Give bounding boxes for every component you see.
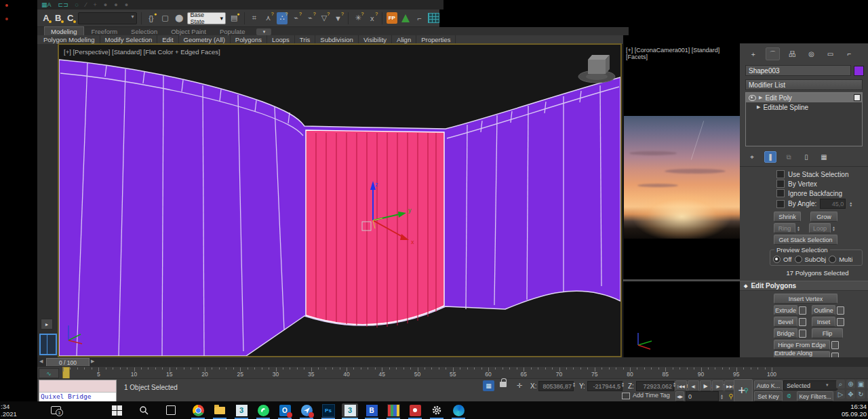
chrome-icon[interactable] <box>190 403 206 417</box>
outline-button[interactable]: Outline <box>812 305 835 315</box>
preview-subobj-radio[interactable] <box>795 256 802 263</box>
ruler-icon[interactable]: ⊏⊐ <box>58 1 68 8</box>
named-set-b-button[interactable]: B <box>54 13 63 23</box>
flip-button[interactable]: Flip <box>812 328 843 338</box>
link2-icon[interactable]: ⌁? <box>304 12 316 24</box>
shape-filled-icon[interactable]: ⬤ <box>174 12 185 24</box>
table-icon[interactable] <box>428 12 439 24</box>
pin-stack-icon[interactable]: ⌖ <box>747 152 757 162</box>
zoom-icon[interactable]: ⌕ <box>836 380 845 388</box>
viewport-splitter[interactable] <box>623 279 741 281</box>
preview-off-radio[interactable] <box>773 256 781 263</box>
named-set-a-button[interactable]: A <box>41 13 51 23</box>
mini-curve-editor-button[interactable]: ∿ <box>39 368 59 378</box>
sparkle-icon[interactable]: ✳? <box>353 12 364 24</box>
remove-modifier-icon[interactable]: ▯ <box>801 152 812 162</box>
modifier-toggle-icon[interactable] <box>854 94 861 101</box>
vee-outline-icon[interactable]: ▽? <box>319 12 330 24</box>
selection-lock-toggle[interactable] <box>500 382 507 387</box>
extrude-settings-icon[interactable] <box>799 306 806 315</box>
hinge-from-edge-button[interactable]: Hinge From Edge <box>774 340 830 350</box>
inset-settings-icon[interactable] <box>837 318 844 326</box>
show-end-result-icon[interactable]: ❚ <box>764 151 776 163</box>
default-tangents-icon[interactable]: ⟃ <box>784 391 794 400</box>
shape-outline-icon[interactable]: ▢ <box>159 12 171 24</box>
eye-icon[interactable] <box>749 95 756 101</box>
absolute-offset-toggle[interactable]: ✛ <box>514 380 525 391</box>
isolate-selection-toggle[interactable]: ▦ <box>483 380 494 391</box>
maxscript-mini-listener[interactable]: Quixel Bridge <box>39 380 117 402</box>
ribbon-tab-object-paint[interactable]: Object Paint <box>165 27 212 35</box>
tree-icon[interactable] <box>400 12 412 24</box>
taskbar-clock[interactable]: 16:3405.09.20 <box>842 403 867 418</box>
plus-icon[interactable]: + <box>93 1 96 8</box>
y-coordinate-field[interactable]: -217944,5 <box>587 381 623 391</box>
outline-settings-icon[interactable] <box>837 306 844 315</box>
selection-set-dropdown[interactable] <box>78 12 137 24</box>
listener-pane[interactable]: Quixel Bridge <box>39 393 116 401</box>
start-button[interactable] <box>108 403 125 417</box>
auto-key-button[interactable]: Auto K... <box>754 380 783 391</box>
expand-arrow-icon[interactable]: ▶ <box>757 104 760 110</box>
stack-row-editable-spline[interactable]: ▶ Editable Spline <box>746 102 862 112</box>
layout-tab-arrow-button[interactable]: ▸ <box>41 319 53 330</box>
make-unique-icon[interactable]: ⧉ <box>783 152 794 162</box>
save-state-icon[interactable]: ▤● <box>229 12 240 24</box>
camera-viewport-column[interactable]: [+] [CoronaCamera001] [Standard] [Facets… <box>623 43 741 357</box>
hierarchy-tab-icon[interactable]: 品 <box>786 48 799 60</box>
ribbon-minimize-icon[interactable]: ▾ <box>256 28 271 35</box>
edge-icon[interactable] <box>450 403 467 417</box>
file-explorer-icon[interactable] <box>212 403 228 417</box>
task-view-icon[interactable] <box>163 403 179 417</box>
ribbon-tab-selection[interactable]: Selection <box>125 27 163 35</box>
grow-button[interactable]: Grow <box>810 212 837 222</box>
by-angle-row[interactable]: By Angle: 45,0 ▲▼ <box>740 198 868 210</box>
edit-polygons-rollout-header[interactable]: ◆Edit Polygons <box>740 281 868 291</box>
set-keys-button[interactable]: +⚲ <box>734 379 753 402</box>
track-bar[interactable]: ∿ 51015202530354045505560657075808590951… <box>37 366 868 379</box>
media-app-icon[interactable] <box>385 403 401 417</box>
grid-a-icon[interactable]: ▦A <box>41 1 52 8</box>
distant-object[interactable] <box>578 55 615 83</box>
snap-active-icon[interactable]: ∴? <box>277 12 288 24</box>
3ds-max-active-icon[interactable]: 3 <box>342 403 358 417</box>
zoom-extents-icon[interactable]: ▣ <box>856 380 865 388</box>
field-of-view-icon[interactable]: ▷ <box>836 390 845 399</box>
time-forward-arrow[interactable]: ▶ <box>91 359 94 364</box>
bevel-button[interactable]: Bevel <box>774 317 797 327</box>
insert-vertex-button[interactable]: Insert Vertex <box>774 294 837 304</box>
selection-set-dropdown-animation[interactable]: Selected <box>783 380 837 391</box>
modifier-list-dropdown[interactable]: Modifier List <box>745 79 863 90</box>
extrude-button[interactable]: Extrude <box>774 305 797 315</box>
photoshop-icon[interactable]: Ps <box>320 403 336 417</box>
perspective-viewport[interactable]: z y x [+] [Perspective] [Standard] [Flat… <box>58 43 622 357</box>
mail-app-icon[interactable] <box>298 403 315 417</box>
vee-filled-icon[interactable]: ▼? <box>332 12 344 24</box>
fp-script-icon[interactable]: FP <box>387 12 397 24</box>
create-tab-icon[interactable]: ＋ <box>747 48 760 60</box>
xp-icon[interactable]: x? <box>366 12 378 24</box>
modify-tab-icon[interactable]: ⌒ <box>766 47 780 60</box>
viewport-label[interactable]: [+] [Perspective] [Standard] [Flat Color… <box>64 48 220 56</box>
hinge-settings-icon[interactable] <box>831 341 839 349</box>
red-app-icon[interactable] <box>407 403 423 417</box>
search-icon[interactable] <box>136 403 152 417</box>
get-stack-selection-button[interactable]: Get Stack Selection <box>774 235 837 245</box>
snap-person-icon[interactable]: ⋏? <box>262 12 274 24</box>
motion-tab-icon[interactable]: ◎ <box>805 48 818 60</box>
use-stack-selection-row[interactable]: Use Stack Selection <box>740 169 868 179</box>
ribbon-tab-modeling[interactable]: Modeling <box>44 26 84 35</box>
hammer-icon[interactable]: ⌐ <box>414 12 425 24</box>
bevel-settings-icon[interactable] <box>799 318 806 326</box>
display-tab-icon[interactable]: ▭ <box>824 48 837 60</box>
object-color-swatch[interactable] <box>854 66 864 76</box>
named-set-c-button[interactable]: C <box>66 13 75 23</box>
whatsapp-icon[interactable] <box>255 403 271 417</box>
go-to-start-button[interactable]: |◀◀ <box>675 380 687 391</box>
3ds-max-icon[interactable]: 3 <box>233 403 250 417</box>
current-frame-field[interactable]: 0 <box>686 391 719 401</box>
app-b-icon[interactable]: B <box>363 403 380 417</box>
configure-stack-icon[interactable]: ▦ <box>818 152 829 162</box>
next-frame-button[interactable]: |▶ <box>712 380 724 391</box>
ribbon-tab-freeform[interactable]: Freeform <box>85 27 124 35</box>
